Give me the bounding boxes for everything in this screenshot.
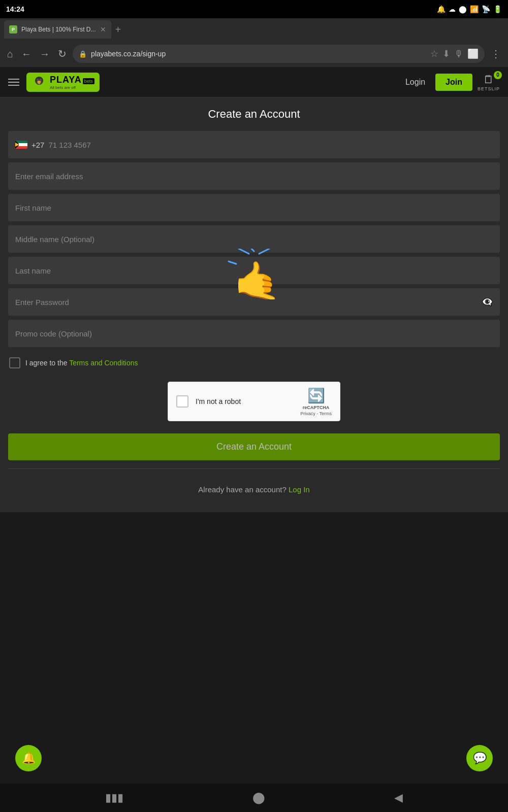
site-header: 🦁 PLAYA bets All bets are off Login Join… (0, 67, 508, 97)
already-account-text: Already have an account? (198, 485, 289, 494)
phone-field[interactable]: +27 (8, 131, 500, 158)
battery-icon: 🔋 (493, 5, 502, 13)
url-text: playabets.co.za/sign-up (91, 50, 426, 58)
tab-favicon: P (9, 25, 17, 33)
hamburger-line-1 (8, 79, 19, 80)
email-input[interactable] (15, 172, 493, 181)
promo-code-field[interactable] (8, 320, 500, 347)
first-name-field[interactable] (8, 194, 500, 221)
active-tab[interactable]: P Playa Bets | 100% First D... ✕ (4, 20, 111, 39)
recaptcha-left: I'm not a robot (176, 395, 241, 408)
first-name-input[interactable] (15, 204, 493, 212)
chat-float-button[interactable]: 💬 (466, 745, 493, 771)
terms-checkbox[interactable] (9, 357, 20, 368)
address-actions: ☆ ⬇ 🎙 ⬜ (430, 48, 479, 59)
header-left: 🦁 PLAYA bets All bets are off (8, 73, 100, 92)
terms-link[interactable]: Terms and Conditions (69, 359, 138, 367)
already-account: Already have an account? Log In (8, 477, 500, 502)
android-nav-bar: ▮▮▮ ⬤ ◀ (0, 784, 508, 812)
wifi-icon: 📡 (482, 5, 490, 13)
divider (8, 468, 500, 469)
home-button[interactable]: ⌂ (5, 46, 15, 62)
cloud-icon: ☁ (449, 5, 456, 13)
recaptcha-right: 🔄 reCAPTCHA Privacy - Terms (300, 387, 332, 416)
join-button[interactable]: Join (435, 74, 472, 91)
middle-name-input[interactable] (15, 235, 493, 244)
terms-row: I agree to the Terms and Conditions (8, 351, 500, 375)
recaptcha-widget[interactable]: I'm not a robot 🔄 reCAPTCHA Privacy - Te… (168, 382, 340, 421)
nav-back-button[interactable]: ◀ (394, 791, 403, 804)
promo-code-input[interactable] (15, 329, 493, 338)
recaptcha-label: I'm not a robot (196, 397, 241, 405)
betslip-icon: 🗒 (483, 73, 494, 86)
menu-button[interactable]: ⋮ (489, 46, 503, 62)
password-input[interactable] (15, 298, 482, 307)
tab-close-button[interactable]: ✕ (100, 25, 106, 33)
phone-prefix: +27 (15, 141, 44, 149)
bookmark-icon[interactable]: ☆ (430, 48, 438, 59)
phone-input[interactable] (48, 141, 493, 149)
browser-tabs: P Playa Bets | 100% First D... ✕ + (0, 18, 508, 41)
logo[interactable]: 🦁 PLAYA bets All bets are off (26, 73, 100, 92)
betslip-count: 0 (494, 71, 502, 79)
email-field[interactable] (8, 162, 500, 190)
recaptcha-logo-icon: 🔄 (307, 387, 325, 404)
signal-icon: 📶 (470, 5, 479, 13)
chat-float-icon: 💬 (473, 752, 487, 765)
hamburger-line-3 (8, 85, 19, 86)
back-button[interactable]: ← (19, 46, 34, 62)
lock-icon: 🔒 (79, 50, 87, 58)
hamburger-line-2 (8, 82, 19, 83)
forward-button[interactable]: → (38, 46, 52, 62)
browser-toolbar: ⌂ ← → ↻ 🔒 playabets.co.za/sign-up ☆ ⬇ 🎙 … (0, 41, 508, 67)
betslip-button[interactable]: 🗒 0 BETSLIP (478, 73, 500, 91)
logo-tagline: All bets are off (50, 85, 94, 90)
hamburger-menu[interactable] (8, 79, 19, 86)
notification-float-icon: 🔔 (22, 752, 36, 765)
status-icons: 🔔 ☁ ⬤ 📶 📡 🔋 (437, 5, 502, 13)
betslip-label: BETSLIP (478, 86, 500, 91)
toggle-password-icon[interactable]: 👁‍🗨 (482, 296, 493, 308)
last-name-field[interactable] (8, 257, 500, 284)
tabs-count-icon[interactable]: ⬜ (467, 48, 479, 59)
logo-text: PLAYA bets All bets are off (50, 75, 94, 90)
nav-home-button[interactable]: ⬤ (252, 791, 265, 804)
status-bar: 14:24 🔔 ☁ ⬤ 📶 📡 🔋 (0, 0, 508, 18)
page-title: Create an Account (8, 108, 500, 121)
address-bar[interactable]: 🔒 playabets.co.za/sign-up ☆ ⬇ 🎙 ⬜ (73, 45, 485, 63)
notification-icon: 🔔 (437, 5, 446, 13)
create-account-button[interactable]: Create an Account (8, 433, 500, 460)
refresh-button[interactable]: ↻ (56, 46, 69, 62)
recaptcha-links: Privacy - Terms (300, 411, 332, 416)
main-content: Create an Account +27 👁‍🗨 (0, 97, 508, 512)
nav-recent-button[interactable]: ▮▮▮ (105, 791, 123, 804)
svg-text:🦁: 🦁 (37, 80, 42, 85)
last-name-input[interactable] (15, 266, 493, 275)
circle-icon: ⬤ (459, 5, 467, 13)
recaptcha-checkbox[interactable] (176, 395, 188, 408)
sa-flag (15, 141, 27, 149)
dark-area (0, 512, 508, 766)
status-time: 14:24 (6, 5, 24, 13)
new-tab-button[interactable]: + (115, 24, 121, 36)
lion-icon: 🦁 (31, 75, 47, 90)
download-icon[interactable]: ⬇ (442, 48, 450, 59)
terms-text: I agree to the Terms and Conditions (25, 359, 138, 367)
middle-name-field[interactable] (8, 225, 500, 253)
microphone-icon[interactable]: 🎙 (454, 49, 463, 59)
phone-code: +27 (31, 141, 44, 149)
recaptcha-brand: reCAPTCHA (303, 405, 330, 410)
login-link[interactable]: Log In (289, 485, 310, 494)
password-field[interactable]: 👁‍🗨 (8, 288, 500, 316)
header-right: Login Join 🗒 0 BETSLIP (400, 73, 500, 91)
notification-float-button[interactable]: 🔔 (15, 745, 42, 771)
logo-playa: PLAYA (50, 75, 82, 85)
tab-title: Playa Bets | 100% First D... (21, 26, 96, 33)
login-button[interactable]: Login (400, 75, 430, 90)
